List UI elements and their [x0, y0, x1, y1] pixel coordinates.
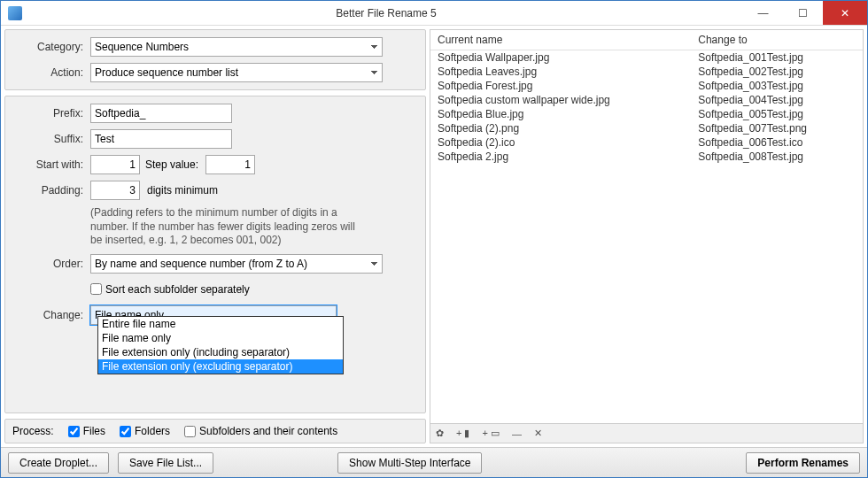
process-subfolders-checkbox[interactable]: Subfolders and their contents	[184, 425, 337, 437]
cell-changeto: Softpedia_008Test.jpg	[691, 150, 863, 164]
sort-subfolder-checkbox[interactable]: Sort each subfolder separately	[90, 283, 250, 296]
step-input[interactable]	[205, 155, 255, 174]
cell-changeto: Softpedia_006Test.ico	[691, 135, 863, 150]
cell-current: Softpedia Forest.jpg	[430, 79, 691, 93]
save-list-button[interactable]: Save File List...	[118, 452, 213, 474]
add-file-icon[interactable]: + ▮	[456, 428, 469, 439]
cell-changeto: Softpedia_005Test.jpg	[691, 107, 863, 121]
close-button[interactable]: ✕	[823, 1, 867, 25]
change-option[interactable]: File extension only (including separator…	[98, 345, 343, 359]
col-current[interactable]: Current name	[430, 30, 691, 50]
app-icon	[8, 6, 22, 20]
padding-label: Padding:	[12, 184, 90, 197]
process-folders-checkbox[interactable]: Folders	[120, 425, 170, 437]
cell-current: Softpedia Wallpaper.jpg	[430, 50, 691, 66]
category-label: Category:	[12, 41, 90, 53]
order-label: Order:	[12, 258, 90, 270]
cell-current: Softpedia 2.jpg	[430, 150, 691, 164]
change-option[interactable]: File name only	[98, 331, 343, 345]
window-title: Better File Rename 5	[29, 7, 743, 19]
cell-current: Softpedia Blue.jpg	[430, 107, 691, 121]
table-row[interactable]: Softpedia (2).icoSoftpedia_006Test.ico	[430, 135, 863, 150]
maximize-button[interactable]: ☐	[783, 1, 823, 25]
cell-changeto: Softpedia_003Test.jpg	[691, 79, 863, 93]
create-droplet-button[interactable]: Create Droplet...	[8, 452, 109, 474]
prefix-input[interactable]	[90, 104, 232, 123]
remove-icon[interactable]: —	[512, 428, 522, 439]
gear-icon[interactable]: ✿	[436, 428, 444, 439]
clear-icon[interactable]: ✕	[534, 428, 542, 439]
file-toolbar: ✿ + ▮ + ▭ — ✕	[430, 424, 864, 443]
change-option[interactable]: File extension only (excluding separator…	[98, 359, 343, 374]
suffix-label: Suffix:	[12, 133, 90, 145]
cell-changeto: Softpedia_002Test.jpg	[691, 65, 863, 79]
change-dropdown-list[interactable]: Entire file name File name only File ext…	[97, 316, 344, 374]
minimize-button[interactable]: —	[743, 1, 783, 25]
file-list[interactable]: Current name Change to Softpedia Wallpap…	[430, 29, 864, 424]
table-row[interactable]: Softpedia Forest.jpgSoftpedia_003Test.jp…	[430, 79, 863, 93]
category-group: Category: Sequence Numbers Action: Produ…	[4, 29, 426, 90]
table-row[interactable]: Softpedia (2).pngSoftpedia_007Test.png	[430, 121, 863, 135]
padding-help: (Padding refers to the minimum number of…	[90, 206, 365, 248]
options-group: Prefix: Suffix: Start with: Step value: …	[4, 96, 426, 413]
category-select[interactable]: Sequence Numbers	[90, 37, 383, 57]
multistep-button[interactable]: Show Multi-Step Interface	[337, 452, 482, 474]
action-label: Action:	[12, 66, 90, 79]
action-select[interactable]: Produce sequence number list	[90, 63, 383, 82]
change-option[interactable]: Entire file name	[98, 317, 343, 331]
process-label: Process:	[12, 425, 54, 437]
cell-changeto: Softpedia_004Test.jpg	[691, 93, 863, 107]
table-row[interactable]: Softpedia Blue.jpgSoftpedia_005Test.jpg	[430, 107, 863, 121]
table-row[interactable]: Softpedia 2.jpgSoftpedia_008Test.jpg	[430, 150, 863, 164]
perform-renames-button[interactable]: Perform Renames	[746, 452, 860, 474]
cell-current: Softpedia (2).png	[430, 121, 691, 135]
cell-current: Softpedia Leaves.jpg	[430, 65, 691, 79]
cell-current: Softpedia custom wallpaper wide.jpg	[430, 93, 691, 107]
change-label: Change:	[12, 309, 90, 321]
table-row[interactable]: Softpedia Wallpaper.jpgSoftpedia_001Test…	[430, 50, 863, 66]
process-files-checkbox[interactable]: Files	[68, 425, 105, 437]
process-bar: Process: Files Folders Subfolders and th…	[4, 419, 426, 443]
cell-changeto: Softpedia_001Test.jpg	[691, 50, 863, 66]
suffix-input[interactable]	[90, 129, 232, 149]
start-label: Start with:	[12, 158, 90, 171]
start-input[interactable]	[90, 155, 140, 174]
padding-suffix: digits minimum	[140, 184, 218, 197]
step-label: Step value:	[140, 158, 205, 171]
cell-current: Softpedia (2).ico	[430, 135, 691, 150]
add-folder-icon[interactable]: + ▭	[482, 428, 499, 439]
titlebar: Better File Rename 5 — ☐ ✕	[1, 1, 867, 26]
table-row[interactable]: Softpedia Leaves.jpgSoftpedia_002Test.jp…	[430, 65, 863, 79]
padding-input[interactable]	[90, 181, 140, 200]
col-changeto[interactable]: Change to	[691, 30, 863, 50]
cell-changeto: Softpedia_007Test.png	[691, 121, 863, 135]
prefix-label: Prefix:	[12, 107, 90, 120]
bottom-bar: Create Droplet... Save File List... Show…	[1, 447, 867, 477]
table-row[interactable]: Softpedia custom wallpaper wide.jpgSoftp…	[430, 93, 863, 107]
order-select[interactable]: By name and sequence number (from Z to A…	[90, 254, 383, 274]
